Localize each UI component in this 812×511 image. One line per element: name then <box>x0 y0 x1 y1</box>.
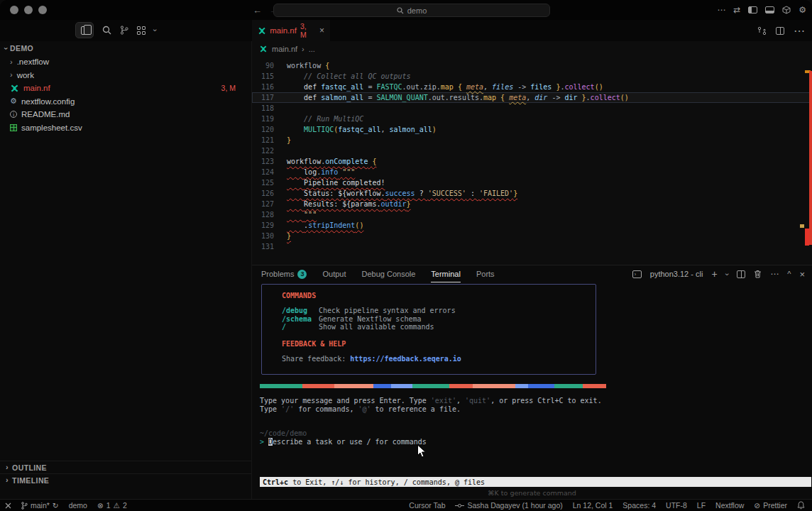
tree-item--nextflow[interactable]: ›.nextflow <box>0 55 251 69</box>
panel-tab-ports[interactable]: Ports <box>476 265 495 282</box>
tree-item-main-nf[interactable]: main.nf3, M <box>0 82 251 95</box>
code-line-124[interactable]: 124 log.info """ <box>252 167 812 177</box>
tree-item-samplesheet-csv[interactable]: samplesheet.csv <box>0 121 251 135</box>
editor-tab-main-nf[interactable]: main.nf 3, M × <box>252 20 330 41</box>
code-line-131[interactable]: 131 <box>252 241 812 252</box>
line-content: // Collect all QC outputs <box>287 71 411 82</box>
toggle-panel-icon[interactable] <box>765 6 774 13</box>
status-item-cursor-tab[interactable]: Cursor Tab <box>409 500 445 511</box>
close-panel-icon[interactable]: × <box>799 269 805 280</box>
problems-status[interactable]: ⊗ 1 ⚠ 2 <box>92 500 132 511</box>
editor-more-icon[interactable]: ⋯ <box>794 24 805 38</box>
panel-tab-label: Output <box>322 270 346 278</box>
code-line-126[interactable]: 126 Status: ${workflow.success ? 'SUCCES… <box>252 188 812 199</box>
sync-arrows-icon[interactable]: ⇄ <box>733 5 740 15</box>
code-line-120[interactable]: 120 MULTIQC(fastqc_all, salmon_all) <box>252 124 812 135</box>
code-line-123[interactable]: 123workflow.onComplete { <box>252 156 812 167</box>
extensions-cube-icon[interactable] <box>782 6 791 14</box>
prompt-placeholder: escribe a task or use / for commands <box>273 438 427 446</box>
command-name[interactable]: /schema <box>282 315 319 324</box>
tree-item-README-md[interactable]: iREADME.md <box>0 108 251 121</box>
settings-gear-icon[interactable]: ⚙ <box>799 5 806 15</box>
explorer-icon[interactable] <box>75 22 94 38</box>
code-line-117[interactable]: 117 def salmon_all = SALMON_QUANT.out.re… <box>252 92 812 103</box>
git-branch-status[interactable]: main* ↻ <box>16 500 64 511</box>
code-editor[interactable]: main.nf › ... 90workflow {115 // Collect… <box>252 41 812 265</box>
source-control-icon[interactable] <box>120 26 128 35</box>
git-compare-icon[interactable] <box>757 26 767 35</box>
status-item-prettier[interactable]: ⊘Prettier <box>754 500 787 511</box>
branch-name: main* <box>31 501 50 510</box>
panel-tab-output[interactable]: Output <box>322 265 346 282</box>
traffic-light-close[interactable] <box>10 6 18 14</box>
panel-tab-terminal[interactable]: Terminal <box>431 265 461 282</box>
code-line-116[interactable]: 116 def fastqc_all = FASTQC.out.zip.map … <box>252 82 812 92</box>
ruler-mark-yellow <box>800 224 804 228</box>
sidebar-section-outline[interactable]: ›OUTLINE <box>0 461 251 473</box>
prompt-input[interactable]: > Describe a task or use / for commands <box>260 438 427 446</box>
tree-item-nextflow-config[interactable]: ⚙nextflow.config <box>0 95 251 109</box>
sidebar-section-timeline[interactable]: ›TIMELINE <box>0 473 251 486</box>
screen-edge-strip <box>809 71 812 245</box>
panel-tab-debug-console[interactable]: Debug Console <box>362 265 416 282</box>
code-line-122[interactable]: 122 <box>252 145 812 156</box>
trash-icon[interactable] <box>754 270 762 278</box>
status-item-sasha-dagayev-1-hour-ago-[interactable]: Sasha Dagayev (1 hour ago) <box>455 500 562 511</box>
status-item-utf-8[interactable]: UTF-8 <box>666 500 687 511</box>
extensions-icon[interactable] <box>137 26 146 35</box>
status-item-ln-12-col-1[interactable]: Ln 12, Col 1 <box>573 500 613 511</box>
search-sidebar-icon[interactable] <box>102 26 111 35</box>
code-line-130[interactable]: 130} <box>252 231 812 241</box>
traffic-light-minimize[interactable] <box>24 6 33 14</box>
terminal-dropdown-icon[interactable]: › <box>723 273 731 275</box>
code-line-118[interactable]: 118 <box>252 103 812 114</box>
status-item-nextflow[interactable]: Nextflow <box>715 500 744 511</box>
panel-tab-problems[interactable]: Problems3 <box>261 265 307 282</box>
explorer-section-header[interactable]: › DEMO <box>0 41 251 55</box>
terminal-instance-name[interactable]: python3.12 - cli <box>650 270 703 278</box>
tab-close-icon[interactable]: × <box>319 26 324 35</box>
traffic-light-maximize[interactable] <box>38 6 47 14</box>
code-line-125[interactable]: 125 Pipeline completed! <box>252 177 812 188</box>
chevron-down-icon[interactable]: › <box>151 29 159 32</box>
line-number: 118 <box>252 103 274 114</box>
file-label: .nextflow <box>17 57 49 66</box>
breadcrumb-file[interactable]: main.nf <box>272 45 297 53</box>
split-terminal-icon[interactable] <box>737 270 745 278</box>
info-icon: i <box>10 111 17 118</box>
breadcrumb-more[interactable]: ... <box>309 45 315 53</box>
code-area[interactable]: 90workflow {115 // Collect all QC output… <box>252 57 812 252</box>
command-name[interactable]: / <box>282 323 319 331</box>
breadcrumb[interactable]: main.nf › ... <box>252 41 812 57</box>
split-editor-icon[interactable] <box>776 27 784 35</box>
nextflow-logo-icon <box>259 45 268 53</box>
vscode-window: ← → demo ⋯ ⇄ ⚙ › main.nf 3, M × <box>0 0 812 511</box>
code-line-115[interactable]: 115 // Collect all QC outputs <box>252 71 812 82</box>
footer-key-hint: Ctrl+c <box>263 478 288 486</box>
status-item-lf[interactable]: LF <box>697 500 706 511</box>
tree-item-work[interactable]: ›work <box>0 69 251 82</box>
feedback-link[interactable]: https://feedback.seqera.io <box>350 355 461 363</box>
code-line-121[interactable]: 121} <box>252 135 812 145</box>
code-line-119[interactable]: 119 // Run MultiQC <box>252 114 812 124</box>
code-line-128[interactable]: 128 """ <box>252 209 812 220</box>
terminal-content[interactable]: COMMANDS /debugCheck pipeline syntax and… <box>252 282 812 500</box>
back-arrow-icon[interactable]: ← <box>253 5 262 16</box>
status-item-spaces-4[interactable]: Spaces: 4 <box>622 500 656 511</box>
panel-more-icon[interactable]: ⋯ <box>770 269 779 279</box>
remote-indicator[interactable] <box>0 500 16 511</box>
file-label: work <box>17 71 34 79</box>
more-icon[interactable]: ⋯ <box>717 5 725 15</box>
maximize-panel-icon[interactable]: ^ <box>787 270 791 278</box>
new-terminal-icon[interactable]: + <box>711 268 717 280</box>
branch-icon <box>21 502 28 510</box>
notifications-bell[interactable] <box>797 500 805 511</box>
code-line-90[interactable]: 90workflow { <box>252 60 812 71</box>
chevron-right-icon: › <box>10 71 13 79</box>
code-line-129[interactable]: 129 .stripIndent() <box>252 220 812 231</box>
command-name[interactable]: /debug <box>282 307 319 315</box>
toggle-sidebar-icon[interactable] <box>748 6 757 13</box>
workspace-indicator[interactable]: demo <box>64 500 92 511</box>
code-line-127[interactable]: 127 Results: ${params.outdir} <box>252 199 812 209</box>
command-center-search[interactable]: demo <box>273 4 550 17</box>
